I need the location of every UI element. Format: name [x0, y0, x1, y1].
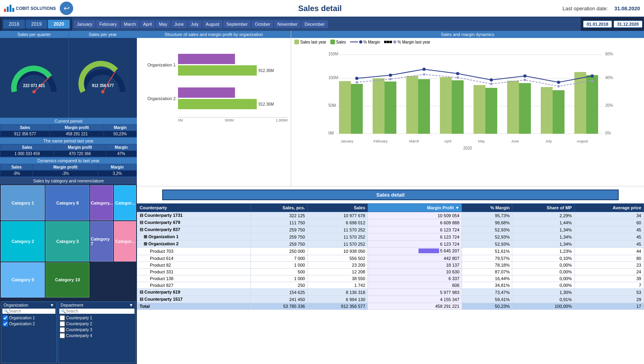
svg-rect-29	[452, 80, 464, 134]
org2-label: Organization 2	[140, 96, 176, 101]
table-row: Product 331 500 12 208 10 630 87,07% 0,0…	[137, 269, 644, 275]
table-row: Product 827 250 1 742 606 34,81% 0,00% 7	[137, 282, 644, 289]
sales-detail-title: Sales detail	[162, 190, 619, 200]
month-dec[interactable]: December	[301, 20, 328, 28]
treemap-cat11[interactable]: Category 10	[45, 262, 89, 298]
dept-filter-dropdown-icon[interactable]: ▼	[129, 303, 133, 307]
dept-item-4: Counterparty 4	[66, 334, 92, 338]
org-item-2-checkbox[interactable]	[3, 321, 8, 326]
dept-item-3: Counterparty 3	[66, 328, 92, 332]
svg-point-34	[355, 77, 358, 80]
svg-text:July: July	[546, 139, 552, 143]
svg-text:60%: 60%	[605, 52, 613, 56]
month-aug[interactable]: August	[203, 20, 222, 28]
svg-rect-27	[385, 82, 396, 134]
org-item-1-checkbox[interactable]	[3, 315, 8, 320]
month-oct[interactable]: October	[252, 20, 273, 28]
table-row: ⊞ Organization 1 259 750 11 570 252 6 12…	[137, 233, 644, 241]
svg-point-35	[389, 74, 392, 77]
year-stat-title: Sales per year	[69, 31, 137, 38]
x-axis-1000: 1,000M	[276, 118, 288, 122]
month-jan[interactable]: January	[74, 20, 95, 28]
date-range: 01.01.2018 31.12.2020	[583, 21, 642, 28]
ly-margin: 47%	[106, 151, 137, 157]
svg-rect-25	[574, 72, 586, 134]
year-tab-2020[interactable]: 2020	[48, 20, 70, 28]
dept-item-3-checkbox[interactable]	[60, 327, 65, 332]
ly-header-margin-profit: Margin profit	[54, 144, 106, 151]
treemap-cat8[interactable]: Category 8	[45, 185, 89, 220]
treemap-cat8b[interactable]: Categor...	[114, 221, 136, 261]
org1-label: Organization 1	[140, 63, 176, 67]
month-mar[interactable]: March	[121, 20, 139, 28]
treemap-cat10[interactable]: Category 9	[1, 262, 45, 298]
date-from[interactable]: 01.01.2018	[583, 21, 612, 28]
org-search-input[interactable]	[9, 309, 54, 313]
treemap-cat4[interactable]: Categor...	[114, 185, 136, 220]
svg-rect-31	[519, 83, 531, 134]
dynamics-svg: 150M 100M 50M 0M 60% 40% 20% 0%	[294, 47, 641, 166]
month-may[interactable]: May	[156, 20, 170, 28]
th-counterparty[interactable]: Counterparty	[137, 204, 251, 212]
svg-text:June: June	[511, 139, 519, 143]
dynamics-table: Sales Margin profit Margin -9% -3% 3,2%	[0, 164, 137, 177]
back-icon: ↩	[64, 4, 70, 13]
th-pct-margin[interactable]: % Margin	[462, 204, 512, 212]
svg-point-49	[591, 80, 593, 82]
month-apr[interactable]: April	[140, 20, 155, 28]
treemap-cat1[interactable]: Category 1	[1, 185, 45, 220]
treemap-cat2[interactable]: Category 2	[1, 221, 45, 261]
legend-sales-last-year: Sales last year	[300, 40, 326, 44]
date-to[interactable]: 31.12.2020	[614, 21, 642, 28]
svg-text:100M: 100M	[328, 76, 338, 80]
svg-rect-32	[553, 90, 564, 134]
header: COBIT SOLUTIONS ↩ Sales detail Last oper…	[0, 0, 644, 17]
table-row: Product 82 1 000 23 200 18 137 78,18% 0,…	[137, 262, 644, 269]
year-tab-2018[interactable]: 2018	[3, 20, 25, 28]
th-sales[interactable]: Sales	[307, 204, 367, 212]
svg-rect-24	[541, 87, 553, 134]
svg-rect-19	[373, 78, 385, 134]
month-jun[interactable]: June	[171, 20, 187, 28]
last-op-label: Last operation date:	[563, 6, 608, 11]
th-margin-profit[interactable]: Margin Profit ▼	[368, 204, 462, 212]
treemap-cat9[interactable]: Category 3	[45, 221, 89, 261]
svg-text:May: May	[478, 139, 485, 143]
dept-item-1-checkbox[interactable]	[60, 315, 65, 320]
table-row: ⊟ Counterparty 1517 241 450 6 994 130 4 …	[137, 296, 644, 303]
cp-sales: 912 356 577	[0, 131, 50, 137]
back-button[interactable]: ↩	[60, 2, 73, 15]
dept-item-2-checkbox[interactable]	[60, 321, 65, 326]
th-share-mp[interactable]: Share of MP	[512, 204, 574, 212]
svg-point-43	[389, 78, 392, 80]
org-item-2: Organization 2	[9, 322, 35, 326]
org-filter: Organization ▼ 🔍 Organization 1 Organiza…	[1, 301, 57, 363]
month-nov[interactable]: November	[274, 20, 301, 28]
detail-table-wrap[interactable]: Counterparty Sales, pcs. Sales Margin Pr…	[137, 203, 644, 364]
svg-text:40%: 40%	[605, 76, 613, 80]
quarter-title: Sales per quarter	[0, 31, 68, 38]
month-jul[interactable]: July	[188, 20, 202, 28]
svg-point-48	[557, 85, 560, 87]
dept-search-input[interactable]	[66, 309, 133, 313]
svg-point-44	[423, 73, 425, 76]
org-filter-dropdown-icon[interactable]: ▼	[50, 303, 54, 307]
svg-point-1	[32, 90, 36, 93]
svg-rect-22	[474, 85, 485, 134]
th-avg-price[interactable]: Average price	[574, 204, 644, 212]
cp-header-sales: Sales	[0, 125, 50, 131]
svg-text:February: February	[373, 139, 388, 143]
svg-text:222 071 421: 222 071 421	[23, 83, 45, 88]
dept-item-4-checkbox[interactable]	[60, 333, 65, 338]
month-sep[interactable]: September	[223, 20, 251, 28]
dyn-margin-profit: -3%	[33, 171, 98, 177]
year-tab-2019[interactable]: 2019	[26, 20, 47, 28]
treemap-cat7[interactable]: Category 7	[90, 221, 113, 261]
chart-legend: Sales last year Sales % Margin % Margin …	[291, 38, 644, 46]
sales-detail-table: Counterparty Sales, pcs. Sales Margin Pr…	[137, 203, 644, 310]
treemap-cat3[interactable]: Category...	[90, 185, 113, 220]
month-feb[interactable]: February	[96, 20, 120, 28]
th-sales-pcs[interactable]: Sales, pcs.	[251, 204, 307, 212]
x-axis-0: 0M	[178, 118, 183, 122]
quarter-gauge: 222 071 421	[8, 60, 60, 96]
